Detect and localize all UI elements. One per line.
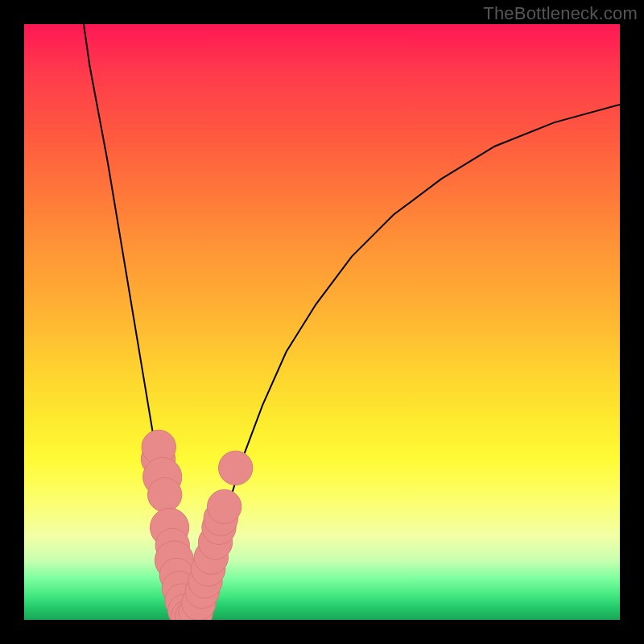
plot-area: [24, 24, 620, 620]
data-point: [147, 477, 181, 511]
watermark-text: TheBottleneck.com: [483, 3, 638, 24]
chart-frame: TheBottleneck.com: [0, 0, 644, 644]
scatter-layer: [141, 430, 253, 620]
data-point: [219, 451, 253, 485]
data-point: [207, 489, 241, 523]
chart-svg: [24, 24, 620, 620]
curve-right-branch: [193, 105, 620, 618]
